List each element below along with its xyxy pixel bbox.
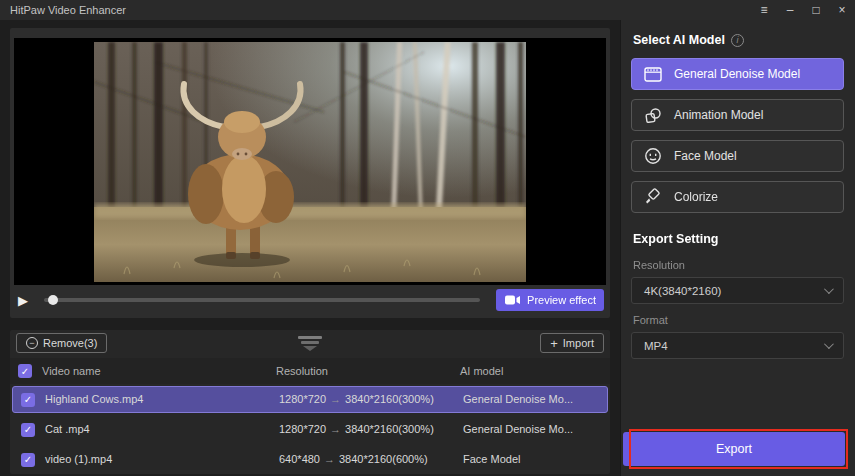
video-camera-icon [504,293,521,307]
window-title: HitPaw Video Enhancer [0,4,126,16]
seek-slider[interactable] [44,298,480,302]
video-list-panel: − Remove(3) + Import ✓ Video name Resolu… [10,330,610,474]
play-button[interactable]: ▶ [18,293,40,308]
row-checkbox[interactable]: ✓ [21,453,35,467]
select-ai-model-title: Select AI Model i [633,33,744,47]
titlebar: HitPaw Video Enhancer ≡ – □ × [0,0,855,20]
video-resolution: 640*480→3840*2160(600%) [279,447,428,472]
model-button-animation[interactable]: Animation Model [631,99,844,131]
select-all-checkbox[interactable]: ✓ [18,364,32,378]
face-icon [644,147,662,165]
model-label: Colorize [674,190,718,204]
video-resolution: 1280*720→3840*2160(300%) [279,417,434,442]
arrow-icon: → [320,453,339,465]
format-value: MP4 [644,340,668,352]
video-name: video (1).mp4 [45,447,112,472]
handle-bar [298,336,322,339]
panel-collapse-handle[interactable] [298,336,322,351]
export-setting-title: Export Setting [633,232,718,246]
info-icon[interactable]: i [731,34,744,47]
seek-thumb[interactable] [48,295,58,305]
video-frame-highland-cow [94,42,526,282]
table-row[interactable]: ✓ Cat .mp4 1280*720→3840*2160(300%) Gene… [12,416,608,443]
chevron-down-icon [824,339,834,349]
playback-controls: ▶ Preview effect [18,289,604,311]
paint-brush-icon [644,188,662,206]
preview-effect-label: Preview effect [527,294,596,306]
remove-label: Remove(3) [43,337,97,349]
film-frame-icon [644,66,662,83]
format-label: Format [633,314,668,326]
minimize-icon[interactable]: – [777,0,803,20]
plus-icon: + [550,336,558,351]
model-button-face[interactable]: Face Model [631,140,844,172]
chevron-down-icon [303,346,317,351]
minus-circle-icon: − [26,337,38,349]
table-row[interactable]: ✓ video (1).mp4 640*480→3840*2160(600%) … [12,446,608,473]
remove-button[interactable]: − Remove(3) [16,333,107,353]
handle-bar [301,341,319,344]
close-icon[interactable]: × [829,0,855,20]
table-row[interactable]: ✓ Highland Cows.mp4 1280*720→3840*2160(3… [12,386,608,413]
import-button[interactable]: + Import [540,333,604,353]
column-header-ai-model: AI model [460,358,503,384]
arrow-icon: → [326,393,345,405]
column-header-resolution: Resolution [276,358,328,384]
import-label: Import [563,337,594,349]
model-label: Animation Model [674,108,763,122]
preview-panel: ▶ Preview effect [10,28,610,318]
video-viewport [14,38,606,285]
format-dropdown[interactable]: MP4 [631,332,844,359]
preview-effect-button[interactable]: Preview effect [496,289,604,311]
chevron-down-icon [824,284,834,294]
app-window: HitPaw Video Enhancer ≡ – □ × [0,0,855,476]
sidebar: Select AI Model i General Denoise Model … [620,20,855,476]
model-label: General Denoise Model [674,67,800,81]
video-resolution: 1280*720→3840*2160(300%) [279,387,434,412]
maximize-icon[interactable]: □ [803,0,829,20]
overlapping-shapes-icon [644,107,662,124]
model-button-colorize[interactable]: Colorize [631,181,844,213]
row-checkbox[interactable]: ✓ [21,393,35,407]
window-controls: ≡ – □ × [751,0,855,20]
model-button-general-denoise[interactable]: General Denoise Model [631,58,844,90]
video-ai-model: General Denoise Mo... [463,417,573,442]
export-button[interactable]: Export [623,432,845,466]
row-checkbox[interactable]: ✓ [21,423,35,437]
column-header-video-name: Video name [42,358,101,384]
resolution-value: 4K(3840*2160) [644,285,721,297]
model-label: Face Model [674,149,737,163]
video-name: Highland Cows.mp4 [45,387,143,412]
resolution-label: Resolution [633,259,685,271]
export-button-wrap: Export [623,432,845,466]
table-header: ✓ Video name Resolution AI model [10,358,610,384]
arrow-icon: → [326,423,345,435]
list-toolbar: − Remove(3) + Import [10,330,610,356]
video-ai-model: Face Model [463,447,520,472]
menu-icon[interactable]: ≡ [751,0,777,20]
resolution-dropdown[interactable]: 4K(3840*2160) [631,277,844,304]
select-ai-model-label: Select AI Model [633,33,725,47]
video-ai-model: General Denoise Mo... [463,387,573,412]
video-name: Cat .mp4 [45,417,90,442]
